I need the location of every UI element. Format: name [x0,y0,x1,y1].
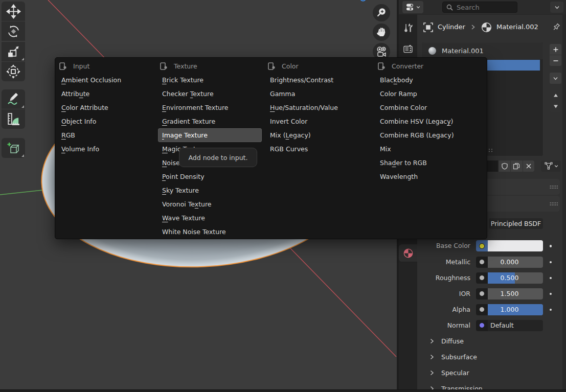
menu-item-rgb-curves[interactable]: RGB Curves [266,142,370,156]
menu-item-point-density[interactable]: Point Density [158,170,262,183]
menu-item-rgb[interactable]: RGB [57,128,161,142]
node-socket-button[interactable] [476,272,488,284]
breadcrumb-object-name[interactable]: Cylinder [438,23,465,31]
nav-gizmo-axis-ball[interactable] [360,0,366,1]
slider-metallic[interactable]: 0.000 [488,257,543,268]
tool-submenu-indicator [21,105,24,108]
subpanel-subsurface[interactable]: Subsurface [419,351,562,362]
menu-column-input: InputAmbient OcclusionAttributeColor Att… [57,60,161,156]
menu-item-ambient-occlusion[interactable]: Ambient Occlusion [57,73,161,87]
node-icon [377,62,386,71]
menu-item-white-noise-texture[interactable]: White Noise Texture [158,225,262,239]
move-slot-down-button[interactable] [550,101,561,112]
menu-item-checker-texture[interactable]: Checker Texture [158,87,262,101]
subpanel-label: Diffuse [441,337,464,345]
menu-item-volume-info[interactable]: Volume Info [57,142,161,156]
measure-tool-button[interactable] [2,109,25,129]
menu-item-brick-texture[interactable]: Brick Texture [158,73,262,87]
breadcrumb: Cylinder Material.002 [397,20,566,34]
add-slot-button[interactable] [550,44,561,55]
menu-item-image-texture[interactable]: Image Texture [158,128,262,142]
menu-item-gradient-texture[interactable]: Gradient Texture [158,114,262,128]
chevron-down-icon [554,5,560,10]
subpanel-diffuse[interactable]: Diffuse [419,335,562,347]
transform-tool-button[interactable] [2,62,25,81]
triangle-up-icon [553,93,558,98]
node-socket-button[interactable] [476,304,488,315]
pan-gizmo-button[interactable] [373,24,390,41]
breadcrumb-material-name[interactable]: Material.002 [496,23,538,31]
animate-decorator-dot[interactable] [550,309,552,311]
menu-item-object-info[interactable]: Object Info [57,114,161,128]
slider-roughness[interactable]: 0.500 [488,272,543,284]
scale-tool-button[interactable] [2,42,25,61]
add-cube-tool-button[interactable] [2,138,25,158]
blender-window: Search [0,0,566,392]
dropdown-normal[interactable]: Default [488,320,543,331]
panel-drag-grip[interactable] [550,202,558,206]
node-socket-button[interactable] [476,257,488,268]
node-filter-dropdown[interactable] [541,160,561,172]
slider-value: 1.000 [488,304,543,315]
menu-item-wave-texture[interactable]: Wave Texture [158,211,262,225]
menu-item-voronoi-texture[interactable]: Voronoi Texture [158,197,262,211]
search-input[interactable]: Search [442,2,517,13]
menu-item-color-ramp[interactable]: Color Ramp [376,87,480,101]
menu-column-converter: ConverterBlackbodyColor RampCombine Colo… [376,60,480,183]
move-slot-up-button[interactable] [550,90,561,101]
menu-item-environment-texture[interactable]: Environment Texture [158,101,262,114]
animate-decorator-dot[interactable] [550,293,552,295]
menu-item-blackbody[interactable]: Blackbody [376,73,480,87]
menu-item-mix[interactable]: Mix [376,142,480,156]
plus-icon [553,47,559,53]
menu-item-mix-legacy[interactable]: Mix (Legacy) [266,128,370,142]
filter-funnel-icon [544,162,553,171]
menu-item-shader-to-rgb[interactable]: Shader to RGB [376,156,480,170]
node-socket-button[interactable] [476,288,488,299]
properties-scroll-margin[interactable] [562,14,566,389]
property-label: Base Color [419,240,470,251]
material-slot-name: Material.001 [442,47,484,55]
node-socket-button[interactable] [476,240,488,251]
subpanel-specular[interactable]: Specular [419,367,562,378]
move-tool-button[interactable] [2,2,25,21]
unlink-material-button[interactable] [523,160,535,172]
property-label: Roughness [419,272,470,284]
zoom-gizmo-button[interactable] [373,4,390,21]
new-material-button[interactable] [511,160,523,172]
animate-decorator-dot[interactable] [550,277,552,280]
slider-value: 0.500 [488,272,543,284]
slider-alpha[interactable]: 1.000 [488,304,543,315]
slider-value: 0.000 [488,257,543,268]
animate-decorator-dot[interactable] [550,245,552,247]
menu-item-brightness-contrast[interactable]: Brightness/Contrast [266,73,370,87]
node-socket-button[interactable] [476,320,488,331]
fake-user-button[interactable] [499,160,511,172]
camera-view-icon [375,45,388,58]
annotate-tool-button[interactable] [2,89,25,109]
menu-item-combine-rgb-legacy[interactable]: Combine RGB (Legacy) [376,128,480,142]
base-color-swatch[interactable] [488,240,543,251]
animate-decorator-dot[interactable] [550,261,552,264]
menu-item-hue-saturation-value[interactable]: Hue/Saturation/Value [266,101,370,114]
slot-specials-button[interactable] [550,73,561,84]
panel-drag-grip[interactable] [550,185,558,189]
menu-item-sky-texture[interactable]: Sky Texture [158,183,262,197]
list-resize-grip[interactable] [488,148,493,152]
menu-item-combine-color[interactable]: Combine Color [376,101,480,114]
menu-item-attribute[interactable]: Attribute [57,87,161,101]
tab-material[interactable] [399,244,417,262]
rotate-tool-button[interactable] [2,21,25,41]
menu-item-wavelength[interactable]: Wavelength [376,170,480,183]
header-menu-collapse-button[interactable] [550,2,563,13]
menu-item-invert-color[interactable]: Invert Color [266,114,370,128]
surface-shader-dropdown[interactable]: Principled BSDF [489,218,543,229]
rotate-icon [6,24,21,39]
tab-render[interactable] [399,41,417,57]
menu-item-gamma[interactable]: Gamma [266,87,370,101]
menu-item-combine-hsv-legacy[interactable]: Combine HSV (Legacy) [376,114,480,128]
menu-item-color-attribute[interactable]: Color Attribute [57,101,161,114]
slider-ior[interactable]: 1.500 [488,288,543,299]
remove-slot-button[interactable] [550,55,561,66]
editor-type-dropdown[interactable] [402,1,423,13]
